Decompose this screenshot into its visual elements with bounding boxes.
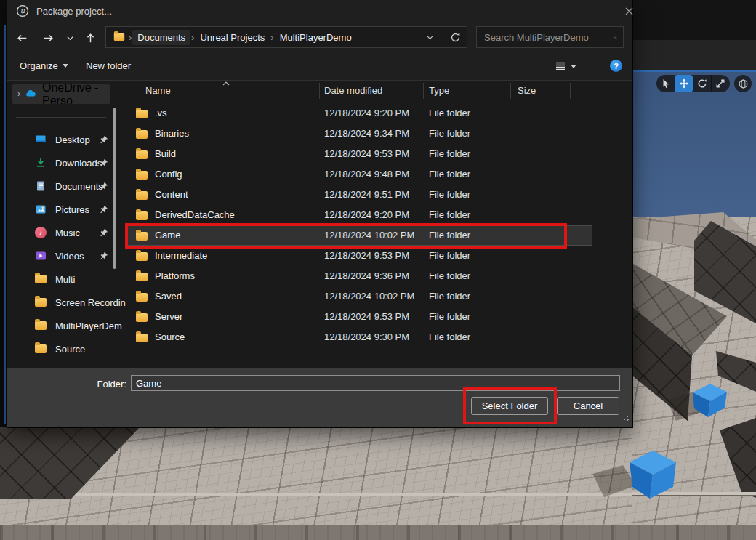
sidebar-item-label: MultiPlayerDem [55,321,122,331]
column-header-date-modified[interactable]: Date modified [324,85,382,105]
floor-seam [65,493,632,496]
help-icon: ? [610,60,622,72]
column-header-type[interactable]: Type [429,85,449,105]
column-header-size[interactable]: Size [518,85,536,105]
blue-cube-small [693,384,727,417]
search-input[interactable] [483,31,614,44]
breadcrumb[interactable]: › Documents › Unreal Projects › MultiPla… [105,26,467,48]
sidebar: › OneDrive - Perso Desktop Downloads Doc… [7,81,127,368]
column-header-name[interactable]: Name [145,85,171,105]
file-row[interactable]: Platforms 12/18/2024 9:36 PM File folder [127,266,592,286]
viewport-accent-line [627,70,756,72]
file-type: File folder [429,128,470,139]
annotation-game-row [125,223,567,249]
document-icon [35,180,47,192]
up-button[interactable] [80,28,100,48]
onedrive-cloud-icon [25,88,37,100]
file-row[interactable]: Build 12/18/2024 9:53 PM File folder [127,144,592,164]
column-divider[interactable] [570,83,571,99]
recent-locations-button[interactable] [60,28,80,48]
search-icon[interactable] [614,32,617,42]
file-name: Saved [155,291,182,302]
sidebar-item-videos[interactable]: Videos [7,246,124,266]
file-name: Config [155,169,182,180]
file-type: File folder [429,291,470,302]
address-dropdown-icon[interactable] [426,33,434,41]
forward-button[interactable] [38,28,58,48]
file-row[interactable]: Content 12/18/2024 9:51 PM File folder [127,185,592,205]
pin-icon [100,158,108,167]
sidebar-scrollbar[interactable] [113,108,116,269]
sidebar-item-multiplayerdemo[interactable]: MultiPlayerDem [7,315,124,336]
file-row[interactable]: Config 12/18/2024 9:48 PM File folder [127,164,592,185]
file-date: 12/18/2024 9:53 PM [324,148,409,159]
move-icon [679,78,689,89]
sidebar-item-multi[interactable]: Multi [7,269,124,289]
dialog-toolbar: Organize New folder ? [7,52,632,81]
sidebar-item-downloads[interactable]: Downloads [7,153,124,173]
file-name: DerivedDataCache [155,209,235,220]
file-type: File folder [429,169,470,180]
file-row[interactable]: DerivedDataCache 12/18/2024 9:20 PM File… [127,205,592,225]
file-date: 12/18/2024 9:53 PM [324,311,409,322]
sidebar-item-screen-recordings[interactable]: Screen Recordin [7,292,124,313]
sort-ascending-icon [222,81,230,86]
sidebar-item-music[interactable]: ♪ Music [7,222,124,243]
sidebar-item-label: Downloads [55,158,102,169]
scale-tool-button[interactable] [711,75,729,92]
file-row[interactable]: .vs 12/18/2024 9:20 PM File folder [127,103,592,124]
new-folder-button[interactable]: New folder [86,60,131,71]
dialog-titlebar[interactable]: u Package project... [7,0,632,22]
file-date: 12/18/2024 9:20 PM [324,108,409,118]
rotate-tool-button[interactable] [693,75,711,92]
sidebar-item-onedrive[interactable]: › OneDrive - Perso [12,84,110,104]
file-name: Intermediate [155,250,207,261]
breadcrumb-segment-documents[interactable]: Documents [132,30,190,45]
file-row[interactable]: Server 12/18/2024 9:53 PM File folder [127,307,592,327]
expand-chevron-icon[interactable]: › [17,89,20,99]
sidebar-item-label: Source [55,344,85,355]
folder-icon [136,150,148,159]
breadcrumb-segment-unreal-projects[interactable]: Unreal Projects [195,30,270,45]
arrow-right-icon [42,32,55,44]
file-row[interactable]: Saved 12/18/2024 10:02 PM File folder [127,286,592,307]
back-button[interactable] [12,28,32,48]
file-name: Platforms [155,270,195,281]
view-options-button[interactable] [555,60,576,72]
folder-icon [136,130,148,139]
breadcrumb-segment-multiplayerdemo[interactable]: MultiPlayerDemo [275,30,357,45]
select-tool-button[interactable] [656,75,675,92]
sidebar-item-source[interactable]: Source [7,339,124,359]
file-date: 12/18/2024 9:20 PM [324,209,409,220]
floor-edge-band [0,525,632,540]
sidebar-item-label: Music [55,227,80,238]
file-row[interactable]: Source 12/18/2024 9:30 PM File folder [127,327,592,347]
close-button[interactable] [621,3,637,19]
organize-label: Organize [20,60,58,71]
file-row[interactable]: Binaries 12/18/2024 9:34 PM File folder [127,124,592,144]
cancel-button[interactable]: Cancel [557,397,619,415]
folder-label: Folder: [94,379,126,390]
column-divider[interactable] [510,83,511,99]
file-type: File folder [429,189,470,200]
viewport-bottom-scene [0,427,632,540]
viewport-transform-toolbar [656,75,730,92]
move-tool-button[interactable] [675,75,693,92]
file-date: 12/18/2024 10:02 PM [324,291,414,302]
sidebar-item-documents[interactable]: Documents [7,176,124,196]
column-divider[interactable] [423,83,424,99]
chevron-down-icon [66,34,74,42]
editor-chrome-bar [627,40,756,70]
arrow-left-icon [16,32,28,44]
sidebar-item-pictures[interactable]: Pictures [7,199,124,219]
organize-button[interactable]: Organize [20,60,68,71]
folder-icon [35,344,47,353]
globe-icon [738,78,749,89]
help-button[interactable]: ? [610,60,622,72]
close-icon [625,7,633,15]
world-coordinate-button[interactable] [734,75,752,92]
refresh-icon[interactable] [450,32,461,43]
sidebar-item-label: Screen Recordin [55,297,126,308]
column-divider[interactable] [319,83,320,99]
sidebar-item-desktop[interactable]: Desktop [7,129,124,150]
